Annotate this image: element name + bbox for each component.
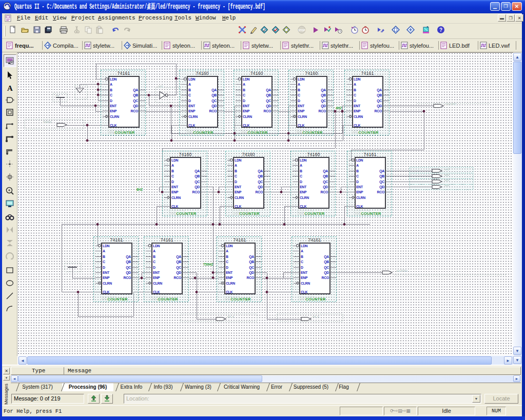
svg-text:C: C [171, 174, 174, 178]
svg-text:inst7: inst7 [353, 131, 358, 133]
svg-text:ENT: ENT [243, 104, 250, 108]
svg-text:QA: QA [379, 169, 384, 173]
svg-text:QA: QA [195, 169, 200, 173]
svg-text:inst2: inst2 [355, 212, 360, 214]
svg-text:74160: 74160 [179, 152, 191, 157]
svg-text:RCO: RCO [256, 190, 263, 194]
svg-text:74161: 74161 [233, 237, 246, 243]
svg-text:RCO: RCO [321, 190, 328, 194]
svg-text:QB: QB [249, 260, 254, 264]
svg-text:QB: QB [266, 93, 271, 97]
svg-text:CLK: CLK [235, 205, 242, 208]
svg-text:QB: QB [195, 174, 200, 178]
svg-text:RCO: RCO [247, 276, 255, 279]
svg-text:B: B [356, 169, 359, 173]
svg-text:74160: 74160 [242, 152, 255, 157]
svg-text:CLRN: CLRN [153, 282, 162, 285]
svg-text:A: A [354, 83, 356, 86]
svg-text:D: D [188, 99, 191, 103]
svg-text:ENT: ENT [171, 185, 179, 189]
svg-text:QA: QA [126, 255, 131, 259]
svg-text:B: B [188, 88, 191, 92]
svg-text:QD: QD [133, 104, 138, 108]
svg-text:8HZ: 8HZ [137, 188, 143, 191]
svg-text:B: B [110, 88, 112, 92]
svg-text:QB: QB [258, 174, 263, 178]
svg-text:ENT: ENT [188, 104, 196, 108]
svg-text:COUNTER: COUNTER [239, 211, 260, 216]
svg-text:QC: QC [195, 180, 200, 184]
svg-text:?: ? [439, 27, 442, 33]
svg-text:QB: QB [324, 260, 329, 264]
svg-text:B: B [103, 255, 105, 258]
svg-text:QB: QB [176, 260, 181, 264]
svg-text:CLK: CLK [243, 124, 250, 127]
svg-text:out_a: out_a [227, 315, 234, 318]
svg-text:QD: QD [211, 104, 217, 108]
svg-text:COUNTER: COUNTER [158, 297, 178, 302]
svg-text:QD: QD [176, 271, 181, 275]
svg-text:out3: out3 [444, 168, 450, 171]
svg-text:QC: QC [377, 99, 382, 103]
svg-text:CLK: CLK [298, 124, 305, 127]
svg-text:D: D [153, 266, 155, 269]
svg-text:ENP: ENP [103, 276, 110, 279]
svg-text:RCO: RCO [264, 109, 271, 113]
svg-text:QC: QC [126, 266, 131, 270]
svg-text:ENT: ENT [110, 104, 117, 108]
svg-text:QD: QD [266, 104, 271, 108]
svg-text:B: B [153, 255, 155, 258]
svg-text:QC: QC [258, 180, 263, 184]
svg-text:CLRN: CLRN [226, 282, 235, 285]
svg-text:COUNTER: COUNTER [302, 130, 323, 135]
svg-text:D: D [298, 99, 300, 103]
svg-text:STOP: STOP [298, 29, 305, 32]
svg-text:inst5: inst5 [234, 212, 239, 214]
svg-text:QB: QB [377, 93, 382, 97]
svg-text:QD: QD [126, 271, 131, 275]
svg-text:QC: QC [266, 99, 271, 103]
svg-text:QC: QC [324, 266, 329, 270]
svg-text:QA: QA [324, 255, 329, 259]
svg-text:COUNTER: COUNTER [114, 130, 135, 135]
svg-text:ENT: ENT [298, 104, 305, 108]
svg-text:B: B [235, 169, 237, 173]
svg-text:QA: QA [377, 88, 382, 92]
svg-text:CLK: CLK [171, 205, 179, 208]
svg-text:ENP: ENP [298, 109, 305, 113]
svg-text:LDN: LDN [354, 77, 361, 81]
svg-text:QB: QB [323, 174, 328, 178]
svg-text:COUNTER: COUNTER [361, 211, 381, 216]
svg-text:CLK: CLK [153, 290, 160, 294]
svg-text:ENT: ENT [356, 185, 363, 189]
svg-text:A: A [226, 249, 228, 253]
svg-text:RCO: RCO [209, 109, 217, 113]
svg-text:A: A [300, 164, 302, 167]
svg-text:LDN: LDN [298, 77, 305, 81]
svg-text:74160: 74160 [250, 71, 263, 76]
svg-text:vcc: vcc [55, 94, 60, 97]
svg-text:QC: QC [249, 266, 254, 270]
svg-text:QD: QD [321, 104, 326, 108]
svg-text:74161: 74161 [160, 237, 173, 243]
svg-text:ENT: ENT [301, 271, 308, 274]
svg-text:ENP: ENP [356, 190, 363, 194]
svg-text:LDN: LDN [300, 158, 307, 162]
svg-text:COUNTER: COUNTER [358, 130, 379, 135]
svg-text:inst8: inst8 [102, 297, 107, 300]
svg-text:inst6: inst6 [152, 297, 157, 300]
svg-text:LDN: LDN [226, 244, 233, 248]
svg-text:D: D [171, 180, 174, 184]
svg-text:QA: QA [266, 88, 271, 92]
svg-text:C: C [243, 93, 245, 97]
svg-text:50MHZ: 50MHZ [43, 121, 51, 124]
svg-text:QC: QC [176, 266, 181, 270]
svg-text:RCO: RCO [377, 190, 385, 194]
svg-text:LDN: LDN [188, 77, 196, 81]
svg-text:inst5: inst5 [187, 131, 192, 133]
svg-text:inst2: inst2 [170, 212, 176, 214]
svg-text:D: D [235, 180, 237, 184]
svg-text:A: A [188, 83, 191, 86]
svg-text:74160: 74160 [305, 71, 318, 76]
svg-text:C: C [235, 174, 237, 178]
